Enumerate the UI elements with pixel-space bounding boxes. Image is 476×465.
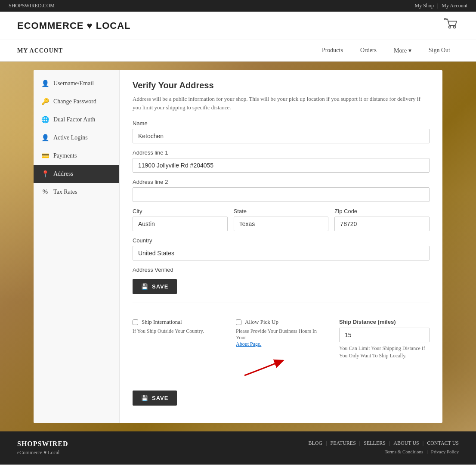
city-input[interactable]: [133, 217, 228, 231]
save-address-label: SAVE: [152, 283, 168, 290]
nav-more[interactable]: More ▾: [385, 40, 420, 61]
footer-bottom-links: Terms & Conditions | Privacy Policy: [385, 449, 459, 454]
address1-input[interactable]: [133, 158, 430, 173]
sidebar-label-username: Username/Email: [53, 80, 94, 87]
country-group: Country: [133, 237, 430, 260]
taxrates-icon: %: [41, 188, 49, 195]
pickup-label: Allow Pick Up: [245, 319, 278, 326]
sidebar-item-payments[interactable]: 💳 Payments: [34, 147, 119, 165]
nav-my-account: MY ACCOUNT: [17, 40, 71, 61]
svg-point-1: [449, 26, 451, 28]
footer-about-us[interactable]: ABOUT US: [393, 440, 419, 446]
sidebar-item-address[interactable]: 📍 Address: [34, 165, 119, 183]
sidebar-label-password: Change Password: [53, 98, 96, 105]
zip-label: Zip Code: [334, 208, 430, 214]
footer-links: BLOG | FEATURES | SELLERS | ABOUT US | C…: [308, 440, 459, 454]
footer-contact-us[interactable]: CONTACT US: [427, 440, 459, 446]
separator: |: [437, 3, 438, 9]
footer-tagline: eCommerce ♥ Local: [17, 450, 68, 456]
save-shipping-label: SAVE: [152, 395, 168, 401]
pickup-sub-text: Please Provide Your Business Hours In Yo…: [236, 328, 317, 341]
cart-icon[interactable]: [443, 18, 459, 34]
section-title: Verify Your Address: [133, 81, 430, 90]
save-shipping-icon: 💾: [141, 395, 148, 401]
country-label: Country: [133, 237, 430, 244]
city-group: City: [133, 208, 228, 231]
zip-group: Zip Code: [334, 208, 430, 231]
sidebar-label-address: Address: [53, 170, 73, 177]
sidebar-item-username[interactable]: 👤 Username/Email: [34, 74, 119, 93]
background-area: 👤 Username/Email 🔑 Change Password 🌐 Dua…: [0, 62, 476, 431]
footer-privacy[interactable]: Privacy Policy: [431, 449, 459, 454]
state-input[interactable]: [234, 217, 329, 231]
ship-distance-sub: You Can Limit Your Shipping Distance If …: [339, 345, 430, 360]
pickup-sub: Please Provide Your Business Hours In Yo…: [236, 328, 326, 347]
my-account-link[interactable]: My Account: [442, 3, 467, 9]
save-shipping-button[interactable]: 💾 SAVE: [133, 391, 177, 406]
ship-distance-col: Ship Distance (miles) You Can Limit Your…: [339, 319, 430, 360]
city-label: City: [133, 208, 228, 214]
address-icon: 📍: [41, 170, 49, 178]
footer-features[interactable]: FEATURES: [330, 440, 355, 446]
name-input[interactable]: [133, 129, 430, 143]
ship-intl-label: Ship International: [142, 319, 182, 326]
nav-bar: MY ACCOUNT Products Orders More ▾ Sign O…: [0, 40, 476, 62]
ship-intl-col: Ship International If You Ship Outside Y…: [133, 319, 223, 335]
red-arrow-svg: [236, 352, 305, 378]
top-bar: SHOPSWIRED.COM My Shop | My Account: [0, 0, 476, 12]
svg-rect-0: [444, 19, 446, 20]
nav-orders[interactable]: Orders: [352, 40, 385, 61]
save-address-button[interactable]: 💾 SAVE: [133, 279, 177, 294]
content-area: Verify Your Address Address will be a pu…: [120, 70, 442, 423]
logo-text: ECOMMERCE: [17, 20, 83, 31]
footer-logo: SHOPSWIRED: [17, 440, 68, 448]
site-name: SHOPSWIRED.COM: [9, 3, 55, 9]
save-icon: 💾: [141, 283, 148, 290]
sidebar-item-password[interactable]: 🔑 Change Password: [34, 93, 119, 111]
pickup-group: Allow Pick Up: [236, 319, 326, 326]
sidebar-item-dfa[interactable]: 🌐 Dual Factor Auth: [34, 111, 119, 129]
logo-heart: ♥: [87, 20, 96, 31]
ship-intl-checkbox[interactable]: [133, 319, 138, 325]
sidebar-item-taxrates[interactable]: % Tax Rates: [34, 183, 119, 201]
pickup-checkbox[interactable]: [236, 319, 241, 325]
name-group: Name: [133, 120, 430, 143]
about-page-link[interactable]: About Page.: [236, 341, 261, 347]
address2-label: Address line 2: [133, 179, 430, 185]
ship-intl-sub: If You Ship Outside Your Country.: [133, 328, 223, 335]
user-icon: 👤: [41, 80, 49, 87]
sidebar-label-logins: Active Logins: [53, 134, 88, 141]
ship-distance-label: Ship Distance (miles): [339, 319, 430, 325]
country-input[interactable]: [133, 246, 430, 260]
address-verified-label: Address Verified: [133, 267, 430, 273]
pickup-col: Allow Pick Up Please Provide Your Busine…: [236, 319, 326, 382]
zip-input[interactable]: [334, 217, 430, 231]
address1-group: Address line 1: [133, 149, 430, 173]
sidebar-item-logins[interactable]: 👤 Active Logins: [34, 129, 119, 147]
section-divider: [133, 303, 430, 303]
my-shop-link[interactable]: My Shop: [415, 3, 434, 9]
nav-links: Products Orders More ▾ Sign Out: [313, 40, 459, 61]
svg-point-2: [454, 26, 456, 28]
footer-brand: SHOPSWIRED eCommerce ♥ Local: [17, 440, 68, 456]
top-bar-right: My Shop | My Account: [415, 3, 467, 9]
sidebar-label-dfa: Dual Factor Auth: [53, 116, 95, 123]
nav-signout[interactable]: Sign Out: [420, 40, 459, 61]
address2-input[interactable]: [133, 187, 430, 202]
header: ECOMMERCE ♥ LOCAL: [0, 12, 476, 40]
state-group: State: [234, 208, 329, 231]
sidebar: 👤 Username/Email 🔑 Change Password 🌐 Dua…: [34, 70, 120, 423]
arrow-annotation: [236, 352, 326, 382]
main-panel: 👤 Username/Email 🔑 Change Password 🌐 Dua…: [34, 70, 442, 423]
footer-blog[interactable]: BLOG: [308, 440, 322, 446]
footer-terms[interactable]: Terms & Conditions: [385, 449, 423, 454]
nav-products[interactable]: Products: [313, 40, 352, 61]
footer-sellers[interactable]: SELLERS: [364, 440, 386, 446]
ship-intl-group: Ship International: [133, 319, 223, 326]
ship-distance-input[interactable]: [339, 328, 430, 342]
name-label: Name: [133, 120, 430, 127]
logo-suffix: LOCAL: [96, 20, 131, 31]
sidebar-label-payments: Payments: [53, 152, 77, 159]
shipping-section: Ship International If You Ship Outside Y…: [133, 312, 430, 412]
address1-label: Address line 1: [133, 149, 430, 156]
